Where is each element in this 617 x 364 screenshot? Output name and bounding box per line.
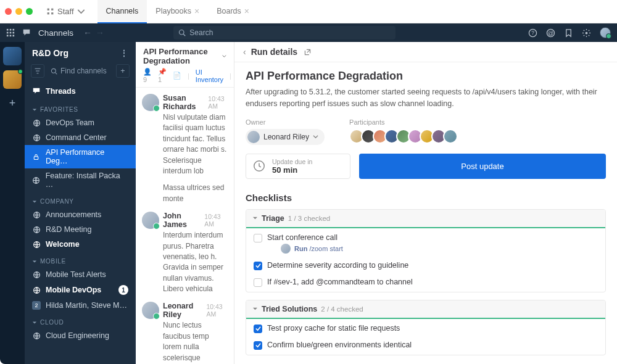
- checklist-item: Confirm blue/green environments identica…: [246, 337, 605, 354]
- org-menu-button[interactable]: ⋮: [120, 48, 128, 58]
- chevron-down-icon: [313, 134, 318, 139]
- server-tile-1[interactable]: [3, 47, 22, 65]
- files-icon[interactable]: 📄: [173, 72, 181, 80]
- channel-title[interactable]: API Performance Degradation: [143, 47, 226, 65]
- sidebar: R&D Org ⋮ Find channels + Threads FAVORI…: [25, 42, 136, 364]
- nav-back[interactable]: ←: [83, 28, 92, 38]
- checkbox[interactable]: [254, 341, 262, 350]
- search-icon: [178, 29, 186, 36]
- svg-rect-7: [7, 32, 9, 34]
- message-avatar[interactable]: [142, 302, 159, 319]
- chevron-down-icon: [222, 53, 226, 59]
- tab-close-icon[interactable]: ×: [194, 6, 199, 16]
- message-author[interactable]: Susan Richards: [163, 94, 204, 111]
- sidebar-item[interactable]: Cloud Engineering: [25, 328, 136, 343]
- svg-point-13: [180, 30, 184, 35]
- pinned-count[interactable]: 📌 1: [158, 68, 167, 83]
- clock-icon: [252, 159, 266, 173]
- slash-command[interactable]: Run /zoom start: [294, 245, 343, 252]
- message-time: 10:43 AM: [206, 303, 228, 318]
- svg-text:?: ?: [531, 30, 534, 36]
- assignee-avatar[interactable]: [281, 244, 291, 254]
- sidebar-item[interactable]: Command Center: [25, 130, 136, 145]
- sidebar-group-mobile[interactable]: MOBILE: [25, 252, 136, 267]
- sidebar-group-cloud[interactable]: CLOUD: [25, 313, 136, 328]
- svg-rect-2: [48, 12, 49, 14]
- user-avatar[interactable]: [600, 27, 611, 38]
- back-button[interactable]: ‹: [243, 47, 246, 57]
- checklist-header[interactable]: Triage1 / 3 checked: [246, 210, 605, 228]
- sidebar-item[interactable]: Mobile DevOps1: [25, 282, 136, 298]
- participants-list[interactable]: [349, 129, 458, 144]
- owner-selector[interactable]: Leonard Riley: [246, 129, 325, 145]
- threads-link[interactable]: Threads: [25, 83, 136, 100]
- help-icon[interactable]: ?: [528, 28, 537, 38]
- tab-close-icon[interactable]: ×: [244, 6, 249, 16]
- sidebar-item[interactable]: 2Hilda Martin, Steve M…: [25, 298, 136, 313]
- checklist-header[interactable]: Tried Solutions2 / 4 checked: [246, 300, 605, 319]
- sidebar-item[interactable]: R&D Meeting: [25, 222, 136, 237]
- message: Susan Richards10:43 AMNisl vulputate dia…: [136, 91, 234, 209]
- app-grid-icon[interactable]: [6, 28, 15, 37]
- close-icon[interactable]: [5, 8, 12, 15]
- sidebar-item[interactable]: Feature: Install Packa …: [25, 168, 136, 192]
- svg-line-21: [56, 72, 57, 74]
- add-server-button[interactable]: +: [3, 94, 22, 112]
- org-name: R&D Org: [32, 48, 68, 58]
- sidebar-group-favorites[interactable]: FAVORITES: [25, 100, 136, 115]
- find-channels-input[interactable]: Find channels: [48, 65, 112, 77]
- checkbox[interactable]: [254, 278, 262, 287]
- svg-point-20: [51, 68, 56, 73]
- checklist-card: Tried Solutions2 / 4 checkedTest proxy c…: [246, 300, 606, 355]
- sidebar-item[interactable]: Welcome: [25, 237, 136, 252]
- nav-forward[interactable]: →: [96, 28, 104, 38]
- message-avatar[interactable]: [142, 94, 159, 111]
- message-author[interactable]: Leonard Riley: [163, 302, 202, 319]
- staff-dropdown[interactable]: Staff: [40, 4, 91, 19]
- filter-button[interactable]: [31, 64, 44, 78]
- app-tab-boards[interactable]: Boards×: [208, 0, 258, 23]
- checkbox[interactable]: [254, 234, 262, 242]
- svg-line-14: [184, 34, 186, 36]
- saved-icon[interactable]: [564, 28, 573, 38]
- svg-rect-8: [10, 32, 12, 34]
- app-tab-channels[interactable]: Channels: [97, 0, 147, 23]
- add-channel-button[interactable]: +: [116, 64, 130, 78]
- search-icon: [51, 68, 57, 75]
- sidebar-item[interactable]: Mobile Test Alerts: [25, 267, 136, 282]
- checklist-card: Triage1 / 3 checkedStart conference call…: [246, 209, 606, 292]
- sidebar-item[interactable]: DevOps Team: [25, 115, 136, 130]
- checkbox[interactable]: [254, 325, 262, 333]
- sidebar-group-company[interactable]: COMPANY: [25, 192, 136, 207]
- svg-rect-0: [48, 9, 49, 10]
- owner-avatar: [247, 131, 260, 143]
- checklist-item: Test proxy cache for static file request…: [246, 320, 605, 337]
- window-menubar: Staff ChannelsPlaybooks×Boards×: [0, 0, 617, 23]
- message-text: Interdum interdum purus. Pharetra venena…: [163, 230, 228, 294]
- message-text: Nisl vulputate diam facilisi quam luctus…: [163, 112, 228, 176]
- sidebar-item[interactable]: Announcements: [25, 207, 136, 222]
- post-update-button[interactable]: Post update: [359, 154, 606, 179]
- minimize-icon[interactable]: [15, 8, 22, 15]
- channels-icon[interactable]: [22, 28, 31, 37]
- global-search[interactable]: Search: [173, 26, 395, 39]
- traffic-lights: [5, 8, 33, 15]
- message-author[interactable]: John James: [163, 212, 201, 229]
- svg-rect-3: [51, 12, 53, 14]
- app-tab-playbooks[interactable]: Playbooks×: [147, 0, 208, 23]
- members-count[interactable]: 👤 9: [143, 68, 152, 83]
- maximize-icon[interactable]: [26, 8, 33, 15]
- mentions-icon[interactable]: @: [546, 28, 555, 38]
- svg-point-19: [586, 31, 588, 34]
- external-link-icon[interactable]: [304, 48, 312, 56]
- channel-link[interactable]: UI Inventory: [196, 68, 223, 83]
- chevron-down-icon: [252, 215, 258, 221]
- settings-icon[interactable]: [582, 28, 591, 38]
- svg-rect-5: [10, 29, 12, 31]
- checkbox[interactable]: [254, 262, 262, 270]
- sidebar-item[interactable]: API Performance Deg…: [25, 145, 136, 168]
- server-tile-2[interactable]: [3, 70, 22, 89]
- checklist-item: Determine severity according to guidelin…: [246, 257, 605, 274]
- participants-label: Participants: [349, 118, 458, 126]
- message-avatar[interactable]: [142, 212, 159, 229]
